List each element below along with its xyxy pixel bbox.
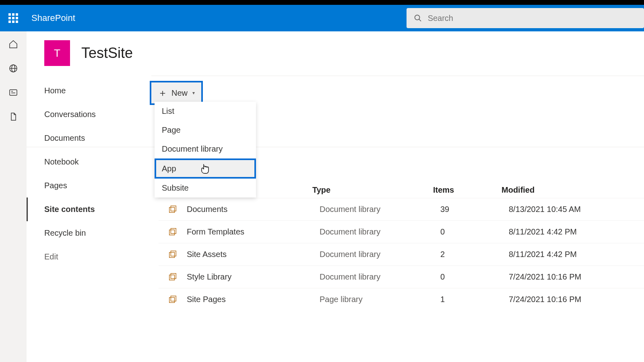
row-items: 1 bbox=[440, 295, 509, 304]
home-icon[interactable] bbox=[8, 39, 18, 49]
library-icon bbox=[168, 205, 177, 214]
svg-rect-13 bbox=[171, 251, 176, 256]
new-button-label: New bbox=[171, 88, 188, 98]
svg-rect-16 bbox=[169, 297, 175, 302]
body-area: T TestSite Home Conversations Documents … bbox=[0, 31, 644, 362]
row-items: 2 bbox=[440, 250, 509, 259]
row-type: Document library bbox=[320, 272, 440, 282]
vertical-rail bbox=[0, 31, 27, 362]
suite-bar: SharePoint bbox=[0, 5, 644, 31]
contents-table: Type Items Modified Documents Document l… bbox=[151, 182, 644, 311]
svg-rect-11 bbox=[171, 228, 176, 233]
svg-point-0 bbox=[415, 15, 420, 20]
row-modified: 8/11/2021 4:42 PM bbox=[509, 250, 644, 259]
site-title[interactable]: TestSite bbox=[81, 45, 133, 62]
svg-rect-15 bbox=[171, 273, 176, 278]
side-nav: Home Conversations Documents Notebook Pa… bbox=[27, 76, 151, 362]
header-modified[interactable]: Modified bbox=[502, 185, 644, 195]
dropdown-item-subsite[interactable]: Subsite bbox=[155, 179, 256, 197]
nav-edit[interactable]: Edit bbox=[27, 245, 151, 269]
row-name[interactable]: Style Library bbox=[187, 272, 320, 282]
below-header: Home Conversations Documents Notebook Pa… bbox=[27, 76, 644, 362]
search-box[interactable] bbox=[407, 8, 644, 28]
row-type: Page library bbox=[320, 295, 440, 304]
row-modified: 8/13/2021 10:45 AM bbox=[509, 205, 644, 214]
site-logo[interactable]: T bbox=[44, 40, 70, 66]
nav-recycle-bin[interactable]: Recycle bin bbox=[27, 221, 151, 245]
file-icon[interactable] bbox=[8, 112, 18, 121]
waffle-icon bbox=[8, 13, 18, 23]
new-dropdown: List Page Document library App Subsite bbox=[155, 102, 256, 197]
nav-home[interactable]: Home bbox=[27, 79, 151, 103]
new-button[interactable]: ＋ New ▾ bbox=[150, 81, 203, 105]
row-name[interactable]: Site Assets bbox=[187, 250, 320, 259]
browser-frame-top bbox=[0, 0, 644, 5]
row-items: 0 bbox=[440, 272, 509, 282]
svg-rect-8 bbox=[169, 207, 175, 212]
site-header: T TestSite bbox=[27, 31, 644, 76]
search-icon bbox=[414, 14, 422, 23]
dropdown-item-app[interactable]: App bbox=[155, 158, 256, 179]
nav-notebook[interactable]: Notebook bbox=[27, 150, 151, 174]
library-icon bbox=[168, 295, 177, 304]
svg-line-1 bbox=[419, 19, 421, 21]
header-type[interactable]: Type bbox=[312, 185, 433, 195]
news-icon[interactable] bbox=[8, 88, 18, 97]
suite-app-name[interactable]: SharePoint bbox=[31, 13, 75, 23]
search-input[interactable] bbox=[428, 14, 637, 23]
row-modified: 7/24/2021 10:16 PM bbox=[509, 295, 644, 304]
table-row[interactable]: Form Templates Document library 0 8/11/2… bbox=[159, 220, 644, 243]
table-row[interactable]: Documents Document library 39 8/13/2021 … bbox=[159, 198, 644, 220]
row-modified: 8/11/2021 4:42 PM bbox=[509, 227, 644, 237]
svg-rect-10 bbox=[169, 230, 175, 235]
globe-icon[interactable] bbox=[8, 64, 18, 73]
dropdown-item-page[interactable]: Page bbox=[155, 121, 256, 140]
row-modified: 7/24/2021 10:16 PM bbox=[509, 272, 644, 282]
command-bar: ＋ New ▾ List Page Document library App bbox=[151, 76, 644, 110]
dropdown-item-list[interactable]: List bbox=[155, 102, 256, 121]
row-type: Document library bbox=[320, 250, 440, 259]
svg-rect-14 bbox=[169, 275, 175, 280]
main-pane: ＋ New ▾ List Page Document library App bbox=[151, 76, 644, 362]
dropdown-item-document-library[interactable]: Document library bbox=[155, 140, 256, 158]
svg-rect-5 bbox=[10, 90, 17, 95]
row-type: Document library bbox=[320, 227, 440, 237]
table-row[interactable]: Site Pages Page library 1 7/24/2021 10:1… bbox=[159, 288, 644, 311]
table-body: Documents Document library 39 8/13/2021 … bbox=[159, 198, 644, 311]
row-items: 39 bbox=[440, 205, 509, 214]
chevron-down-icon: ▾ bbox=[192, 90, 195, 96]
svg-rect-17 bbox=[171, 296, 176, 301]
table-row[interactable]: Site Assets Document library 2 8/11/2021… bbox=[159, 243, 644, 265]
row-name[interactable]: Site Pages bbox=[187, 295, 320, 304]
nav-pages[interactable]: Pages bbox=[27, 174, 151, 197]
nav-conversations[interactable]: Conversations bbox=[27, 103, 151, 126]
header-items[interactable]: Items bbox=[433, 185, 502, 195]
library-icon bbox=[168, 273, 177, 282]
content-area: T TestSite Home Conversations Documents … bbox=[27, 31, 644, 362]
row-type: Document library bbox=[320, 205, 440, 214]
library-icon bbox=[168, 228, 177, 237]
row-name[interactable]: Documents bbox=[187, 205, 320, 214]
svg-rect-12 bbox=[169, 252, 175, 257]
row-name[interactable]: Form Templates bbox=[187, 227, 320, 237]
table-row[interactable]: Style Library Document library 0 7/24/20… bbox=[159, 265, 644, 288]
library-icon bbox=[168, 250, 177, 259]
cursor-pointer-icon bbox=[200, 163, 209, 174]
dropdown-item-app-label: App bbox=[162, 164, 176, 173]
app-launcher-button[interactable] bbox=[0, 5, 27, 31]
nav-site-contents[interactable]: Site contents bbox=[27, 197, 151, 221]
row-items: 0 bbox=[440, 227, 509, 237]
plus-icon: ＋ bbox=[158, 86, 167, 99]
svg-rect-9 bbox=[171, 206, 176, 211]
